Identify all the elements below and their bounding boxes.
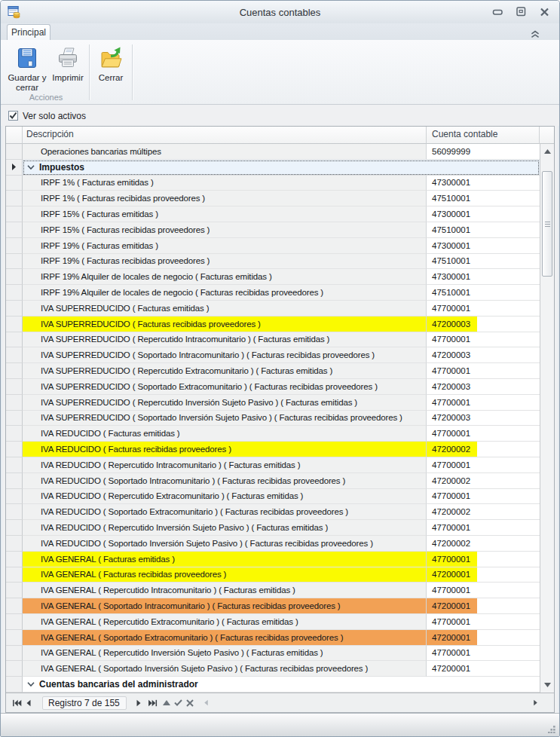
minimize-button[interactable] — [492, 7, 503, 17]
description-cell[interactable]: IRPF 1% ( Facturas emitidas ) — [23, 176, 427, 191]
table-row[interactable]: IVA GENERAL ( Facturas recibidas proveed… — [6, 567, 540, 583]
hscroll-left-button[interactable] — [202, 697, 210, 709]
account-cell[interactable]: 47200003 — [427, 411, 540, 427]
table-row[interactable]: IVA GENERAL ( Facturas emitidas )4770000… — [6, 552, 540, 567]
account-cell[interactable]: 47200002 — [427, 536, 540, 552]
account-cell[interactable]: 47200002 — [427, 473, 540, 489]
account-cell[interactable]: 47200001 — [427, 598, 540, 614]
description-cell[interactable]: IVA REDUCIDO ( Facturas recibidas provee… — [23, 442, 427, 457]
next-record-button[interactable] — [134, 697, 143, 709]
table-row[interactable]: IVA SUPERREDUCIDO ( Repercutido Inversió… — [6, 395, 540, 411]
description-cell[interactable]: IVA GENERAL ( Soportado Extracomunitario… — [23, 630, 427, 646]
table-row[interactable]: IVA GENERAL ( Repercutido Extracomunitar… — [6, 614, 540, 630]
table-row[interactable]: IRPF 19% ( Facturas emitidas )47300001 — [6, 238, 540, 254]
description-cell[interactable]: IRPF 19% ( Facturas recibidas proveedore… — [23, 254, 427, 270]
description-cell[interactable]: IVA GENERAL ( Soportado Inversión Sujeto… — [23, 661, 427, 677]
table-row[interactable]: IVA GENERAL ( Soportado Extracomunitario… — [6, 630, 540, 646]
cancel-edit-button[interactable] — [185, 697, 194, 709]
account-cell[interactable]: 47510001 — [427, 222, 540, 238]
table-row[interactable]: IVA SUPERREDUCIDO ( Soportado Inversión … — [6, 411, 540, 427]
account-cell[interactable]: 47700001 — [427, 489, 540, 505]
account-cell[interactable]: 47300001 — [427, 176, 540, 191]
ribbon-collapse-button[interactable] — [531, 28, 540, 36]
table-row[interactable]: IVA REDUCIDO ( Soportado Intracomunitari… — [6, 473, 540, 489]
close-button[interactable] — [539, 7, 550, 17]
table-row[interactable]: IRPF 1% ( Facturas recibidas proveedores… — [6, 191, 540, 206]
description-cell[interactable]: IVA REDUCIDO ( Soportado Extracomunitari… — [23, 504, 427, 520]
group-row[interactable]: Cuentas bancarias del administrador — [6, 677, 540, 693]
table-row[interactable]: IVA SUPERREDUCIDO ( Repercutido Intracom… — [6, 332, 540, 348]
table-row[interactable]: IVA REDUCIDO ( Soportado Inversión Sujet… — [6, 536, 540, 552]
table-row[interactable]: IVA REDUCIDO ( Repercutido Intracomunita… — [6, 457, 540, 473]
table-row[interactable]: IVA GENERAL ( Soportado Intracomunitario… — [6, 598, 540, 614]
account-cell[interactable]: 47700001 — [427, 332, 540, 348]
account-cell[interactable]: 56099999 — [427, 144, 540, 160]
description-cell[interactable]: IVA SUPERREDUCIDO ( Soportado Intracomun… — [23, 347, 427, 363]
table-row[interactable]: IVA REDUCIDO ( Repercutido Inversión Suj… — [6, 520, 540, 536]
account-cell[interactable]: 47700001 — [427, 646, 540, 662]
account-cell[interactable]: 47510001 — [427, 254, 540, 270]
description-cell[interactable]: IVA SUPERREDUCIDO ( Soportado Extracomun… — [23, 379, 427, 395]
account-cell[interactable]: 47200001 — [427, 630, 540, 646]
table-row[interactable]: IVA GENERAL ( Repercutido Inversión Suje… — [6, 646, 540, 662]
description-cell[interactable]: IVA GENERAL ( Soportado Intracomunitario… — [23, 598, 427, 614]
account-cell[interactable]: 47700001 — [427, 552, 540, 567]
account-cell[interactable]: 47700001 — [427, 301, 540, 317]
last-record-button[interactable] — [146, 697, 158, 709]
maximize-button[interactable] — [516, 7, 527, 17]
table-row[interactable]: IVA SUPERREDUCIDO ( Soportado Intracomun… — [6, 347, 540, 363]
table-row[interactable]: IVA REDUCIDO ( Facturas emitidas )477000… — [6, 426, 540, 442]
description-cell[interactable]: IVA GENERAL ( Repercutido Inversión Suje… — [23, 646, 427, 662]
table-row[interactable]: IVA REDUCIDO ( Facturas recibidas provee… — [6, 442, 540, 457]
table-row[interactable]: IVA SUPERREDUCIDO ( Facturas emitidas )4… — [6, 301, 540, 317]
description-cell[interactable]: IVA SUPERREDUCIDO ( Facturas recibidas p… — [23, 317, 427, 332]
description-cell[interactable]: IVA REDUCIDO ( Repercutido Intracomunita… — [23, 457, 427, 473]
account-cell[interactable]: 47200001 — [427, 661, 540, 677]
group-row-cell[interactable]: Impuestos — [23, 160, 540, 176]
vertical-scrollbar[interactable] — [540, 144, 554, 693]
description-cell[interactable]: IRPF 15% ( Facturas recibidas proveedore… — [23, 222, 427, 238]
account-cell[interactable]: 47510001 — [427, 191, 540, 206]
first-record-button[interactable] — [11, 697, 23, 709]
description-cell[interactable]: IVA REDUCIDO ( Repercutido Extracomunita… — [23, 489, 427, 505]
account-cell[interactable]: 47700001 — [427, 457, 540, 473]
close-form-button[interactable]: Cerrar — [93, 44, 129, 101]
description-cell[interactable]: IRPF 1% ( Facturas recibidas proveedores… — [23, 191, 427, 206]
description-cell[interactable]: IVA REDUCIDO ( Soportado Intracomunitari… — [23, 473, 427, 489]
resize-grip[interactable] — [548, 725, 556, 733]
scroll-up-button[interactable] — [540, 147, 554, 156]
description-cell[interactable]: IVA GENERAL ( Repercutido Intracomunitar… — [23, 583, 427, 598]
description-cell[interactable]: IVA SUPERREDUCIDO ( Repercutido Intracom… — [23, 332, 427, 348]
previous-record-button[interactable] — [24, 697, 33, 709]
account-cell[interactable]: 47200003 — [427, 317, 540, 332]
description-cell[interactable]: IRPF 15% ( Facturas emitidas ) — [23, 206, 427, 222]
table-row[interactable]: IRPF 19% Alquiler de locales de negocio … — [6, 285, 540, 301]
account-cell[interactable]: 47300001 — [427, 206, 540, 222]
description-cell[interactable]: IVA SUPERREDUCIDO ( Soportado Inversión … — [23, 411, 427, 427]
account-cell[interactable]: 47700001 — [427, 520, 540, 536]
table-row[interactable]: IRPF 15% ( Facturas emitidas )47300001 — [6, 206, 540, 222]
account-cell[interactable]: 47200001 — [427, 567, 540, 583]
description-cell[interactable]: IRPF 19% Alquiler de locales de negocio … — [23, 269, 427, 285]
table-row[interactable]: IVA SUPERREDUCIDO ( Soportado Extracomun… — [6, 379, 540, 395]
description-cell[interactable]: IVA REDUCIDO ( Facturas emitidas ) — [23, 426, 427, 442]
description-cell[interactable]: IVA REDUCIDO ( Repercutido Inversión Suj… — [23, 520, 427, 536]
account-cell[interactable]: 47300001 — [427, 238, 540, 254]
group-row-cell[interactable]: Cuentas bancarias del administrador — [23, 677, 540, 693]
description-cell[interactable]: IVA SUPERREDUCIDO ( Facturas emitidas ) — [23, 301, 427, 317]
account-cell[interactable]: 47200003 — [427, 379, 540, 395]
account-cell[interactable]: 47200002 — [427, 504, 540, 520]
account-cell[interactable]: 47700001 — [427, 363, 540, 379]
hscroll-right-button[interactable] — [531, 697, 539, 709]
description-cell[interactable]: IVA GENERAL ( Facturas emitidas ) — [23, 552, 427, 567]
end-edit-button[interactable] — [173, 697, 183, 709]
description-cell[interactable]: IVA GENERAL ( Facturas recibidas proveed… — [23, 567, 427, 583]
table-row[interactable]: IVA REDUCIDO ( Repercutido Extracomunita… — [6, 489, 540, 505]
table-row[interactable]: IRPF 15% ( Facturas recibidas proveedore… — [6, 222, 540, 238]
account-cell[interactable]: 47300001 — [427, 269, 540, 285]
table-row[interactable]: IVA GENERAL ( Soportado Inversión Sujeto… — [6, 661, 540, 677]
scrollbar-thumb[interactable] — [542, 171, 552, 277]
description-cell[interactable]: IVA REDUCIDO ( Soportado Inversión Sujet… — [23, 536, 427, 552]
table-row[interactable]: IRPF 1% ( Facturas emitidas )47300001 — [6, 176, 540, 191]
table-row[interactable]: IRPF 19% Alquiler de locales de negocio … — [6, 269, 540, 285]
